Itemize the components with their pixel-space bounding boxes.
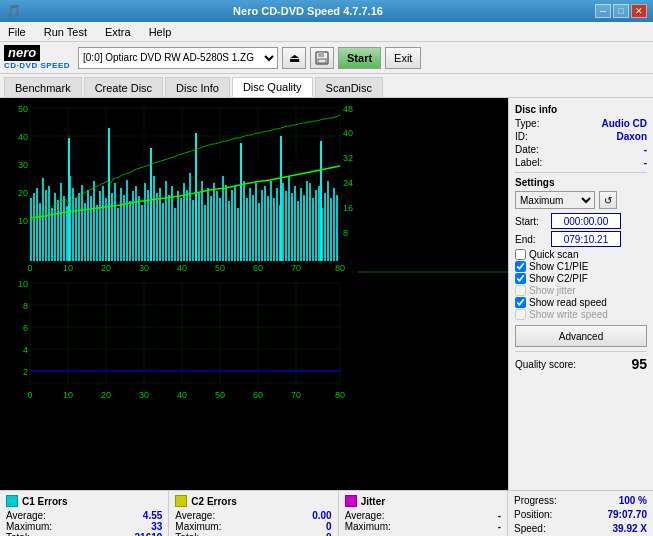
refresh-button[interactable]: ↺ (599, 191, 617, 209)
position-label: Position: (514, 509, 552, 520)
show-jitter-checkbox[interactable] (515, 285, 526, 296)
menu-extra[interactable]: Extra (101, 25, 135, 39)
svg-rect-90 (237, 208, 239, 261)
menu-run-test[interactable]: Run Test (40, 25, 91, 39)
svg-rect-65 (162, 203, 164, 261)
svg-rect-31 (60, 183, 62, 261)
show-jitter-row: Show jitter (515, 285, 647, 296)
svg-rect-92 (243, 181, 245, 261)
c1-average-row: Average: 4.55 (6, 510, 162, 521)
progress-row: Progress: 100 % (514, 495, 647, 506)
tab-disc-quality[interactable]: Disc Quality (232, 77, 313, 97)
svg-rect-49 (114, 183, 116, 261)
tabs: Benchmark Create Disc Disc Info Disc Qua… (0, 74, 653, 98)
svg-rect-115 (312, 198, 314, 261)
svg-text:10: 10 (63, 390, 73, 400)
menu-bar: File Run Test Extra Help (0, 22, 653, 42)
svg-rect-50 (117, 208, 119, 261)
svg-rect-29 (54, 193, 56, 261)
svg-rect-45 (102, 186, 104, 261)
quick-scan-checkbox[interactable] (515, 249, 526, 260)
c2-legend-title: C2 Errors (175, 495, 331, 507)
start-time-input[interactable] (551, 213, 621, 229)
c1-total-row: Total: 21619 (6, 532, 162, 536)
title-controls: ─ □ ✕ (595, 4, 647, 18)
svg-text:80: 80 (335, 390, 345, 400)
right-panel: Disc info Type: Audio CD ID: Daxon Date:… (508, 98, 653, 490)
c1-title-text: C1 Errors (22, 496, 68, 507)
c2-maximum-value: 0 (326, 521, 332, 532)
chart-top: 50 40 30 20 10 48 40 32 24 16 8 0 10 20 … (0, 98, 508, 273)
close-button[interactable]: ✕ (631, 4, 647, 18)
quality-score-value: 95 (631, 356, 647, 372)
menu-file[interactable]: File (4, 25, 30, 39)
svg-rect-78 (201, 181, 203, 261)
start-time-row: Start: (515, 213, 647, 229)
start-button[interactable]: Start (338, 47, 381, 69)
svg-rect-63 (156, 193, 158, 261)
show-c2-pif-checkbox[interactable] (515, 273, 526, 284)
progress-value: 100 % (619, 495, 647, 506)
c1-total-value: 21619 (135, 532, 163, 536)
legend-area: C1 Errors Average: 4.55 Maximum: 33 Tota… (0, 490, 653, 536)
svg-text:80: 80 (335, 263, 345, 273)
disc-info-id-row: ID: Daxon (515, 131, 647, 142)
svg-rect-119 (324, 193, 326, 261)
save-button[interactable] (310, 47, 334, 69)
svg-text:70: 70 (291, 263, 301, 273)
svg-rect-107 (288, 176, 290, 261)
tab-scan-disc[interactable]: ScanDisc (315, 77, 383, 97)
svg-text:40: 40 (18, 132, 28, 142)
tab-disc-info[interactable]: Disc Info (165, 77, 230, 97)
drive-select[interactable]: [0:0] Optiarc DVD RW AD-5280S 1.ZG (78, 47, 278, 69)
quick-scan-label: Quick scan (529, 249, 578, 260)
menu-help[interactable]: Help (145, 25, 176, 39)
speed-value: 39.92 X (613, 523, 647, 534)
speed-select[interactable]: Maximum (515, 191, 595, 209)
svg-rect-26 (45, 190, 47, 261)
svg-rect-117 (318, 186, 320, 261)
svg-rect-120 (327, 181, 329, 261)
c2-maximum-label: Maximum: (175, 521, 221, 532)
exit-button[interactable]: Exit (385, 47, 421, 69)
svg-text:40: 40 (177, 390, 187, 400)
minimize-button[interactable]: ─ (595, 4, 611, 18)
show-read-speed-checkbox[interactable] (515, 297, 526, 308)
svg-rect-59 (144, 183, 146, 261)
chart-bottom: 10 8 6 4 2 0 10 20 30 40 50 60 70 80 (0, 273, 508, 408)
jitter-color-box (345, 495, 357, 507)
jitter-maximum-row: Maximum: - (345, 521, 501, 532)
svg-rect-42 (93, 181, 95, 261)
eject-button[interactable]: ⏏ (282, 47, 306, 69)
svg-rect-57 (138, 196, 140, 261)
speed-label: Speed: (514, 523, 546, 534)
svg-text:60: 60 (253, 390, 263, 400)
svg-text:6: 6 (23, 323, 28, 333)
toolbar: nero CD·DVD SPEED [0:0] Optiarc DVD RW A… (0, 42, 653, 74)
svg-text:0: 0 (27, 390, 32, 400)
divider-2 (515, 351, 647, 352)
svg-rect-81 (210, 196, 212, 261)
tab-create-disc[interactable]: Create Disc (84, 77, 163, 97)
svg-rect-21 (30, 198, 32, 261)
show-c1-pie-checkbox[interactable] (515, 261, 526, 272)
end-time-input[interactable] (551, 231, 621, 247)
svg-rect-98 (261, 190, 263, 261)
maximize-button[interactable]: □ (613, 4, 629, 18)
svg-rect-109 (294, 186, 296, 261)
svg-text:20: 20 (101, 263, 111, 273)
svg-text:50: 50 (215, 390, 225, 400)
svg-rect-125 (108, 128, 110, 261)
date-value: - (644, 144, 647, 155)
tab-benchmark[interactable]: Benchmark (4, 77, 82, 97)
settings-title: Settings (515, 177, 647, 188)
c2-color-box (175, 495, 187, 507)
advanced-button[interactable]: Advanced (515, 325, 647, 347)
svg-rect-32 (63, 196, 65, 261)
svg-text:2: 2 (23, 367, 28, 377)
show-write-speed-checkbox[interactable] (515, 309, 526, 320)
progress-panel: Progress: 100 % Position: 79:07.70 Speed… (508, 491, 653, 536)
svg-rect-37 (78, 193, 80, 261)
svg-text:10: 10 (63, 263, 73, 273)
disc-info-type-row: Type: Audio CD (515, 118, 647, 129)
